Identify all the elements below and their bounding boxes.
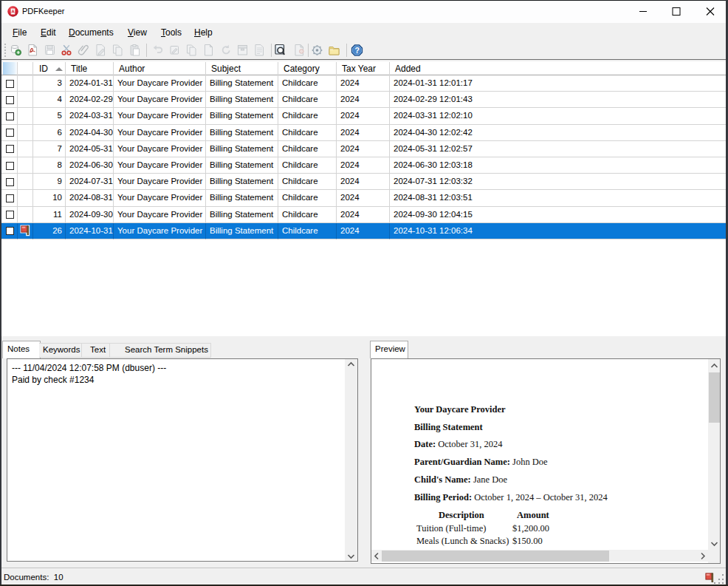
- svg-text:?: ?: [354, 46, 359, 55]
